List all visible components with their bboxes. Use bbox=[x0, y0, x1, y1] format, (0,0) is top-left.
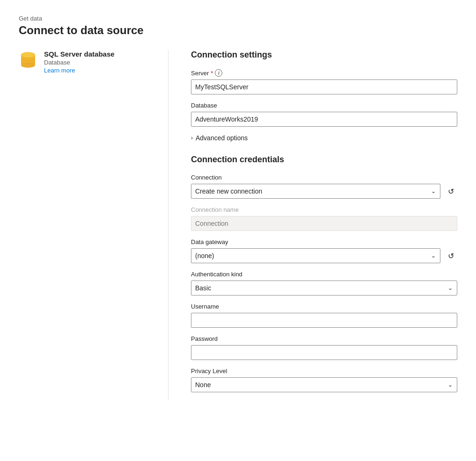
database-label: Database bbox=[191, 102, 217, 109]
data-gateway-form-group: Data gateway (none) ⌄ ↺ bbox=[191, 238, 457, 263]
db-name: SQL Server database bbox=[44, 50, 115, 58]
page-title: Connect to data source bbox=[19, 24, 457, 37]
refresh-icon: ↺ bbox=[448, 187, 454, 196]
connection-form-group: Connection Create new connection ⌄ ↺ bbox=[191, 174, 457, 199]
connection-settings-title: Connection settings bbox=[191, 50, 457, 60]
connection-name-label: Connection name bbox=[191, 206, 239, 213]
advanced-options-label: Advanced options bbox=[196, 134, 248, 142]
credentials-section: Connection credentials Connection Create… bbox=[191, 155, 457, 392]
right-panel: Connection settings Server * i Database … bbox=[168, 50, 457, 400]
password-form-group: Password bbox=[191, 335, 457, 360]
password-label: Password bbox=[191, 335, 218, 342]
privacy-level-label: Privacy Level bbox=[191, 367, 227, 375]
server-label: Server bbox=[191, 70, 209, 77]
privacy-level-form-group: Privacy Level None Private Organizationa… bbox=[191, 367, 457, 392]
username-label: Username bbox=[191, 303, 219, 310]
username-input[interactable] bbox=[191, 313, 457, 328]
connection-name-form-group: Connection name bbox=[191, 206, 457, 231]
database-icon bbox=[19, 51, 37, 70]
privacy-level-dropdown[interactable]: None Private Organizational Public bbox=[191, 377, 457, 392]
data-gateway-label: Data gateway bbox=[191, 238, 228, 245]
gateway-refresh-icon: ↺ bbox=[448, 252, 454, 260]
connection-dropdown[interactable]: Create new connection bbox=[191, 184, 440, 199]
data-gateway-dropdown[interactable]: (none) bbox=[191, 248, 440, 263]
left-panel: SQL Server database Database Learn more bbox=[19, 50, 168, 400]
credentials-title: Connection credentials bbox=[191, 155, 457, 165]
connection-refresh-button[interactable]: ↺ bbox=[444, 185, 457, 198]
password-input[interactable] bbox=[191, 345, 457, 360]
svg-point-3 bbox=[21, 52, 35, 58]
server-form-group: Server * i bbox=[191, 69, 457, 94]
username-form-group: Username bbox=[191, 303, 457, 328]
breadcrumb: Get data bbox=[19, 15, 457, 22]
learn-more-link[interactable]: Learn more bbox=[44, 67, 115, 74]
auth-kind-dropdown[interactable]: Basic Windows OAuth2 bbox=[191, 281, 457, 295]
chevron-right-icon: › bbox=[191, 135, 193, 141]
database-form-group: Database bbox=[191, 102, 457, 127]
connection-label: Connection bbox=[191, 174, 222, 181]
advanced-options-toggle[interactable]: › Advanced options bbox=[191, 134, 457, 142]
data-gateway-refresh-button[interactable]: ↺ bbox=[444, 249, 457, 262]
server-info-icon[interactable]: i bbox=[215, 69, 222, 77]
database-input[interactable] bbox=[191, 112, 457, 127]
connection-name-input[interactable] bbox=[191, 216, 457, 231]
server-input[interactable] bbox=[191, 79, 457, 94]
auth-kind-form-group: Authentication kind Basic Windows OAuth2… bbox=[191, 271, 457, 295]
auth-kind-label: Authentication kind bbox=[191, 271, 242, 278]
required-indicator: * bbox=[211, 70, 213, 77]
db-type: Database bbox=[44, 59, 115, 66]
